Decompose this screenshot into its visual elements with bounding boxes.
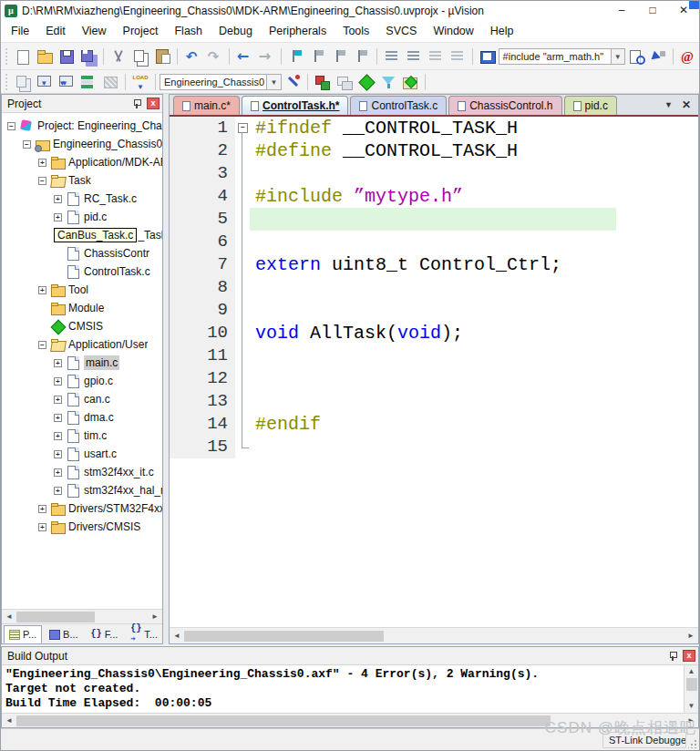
menu-svcs[interactable]: SVCS [377, 21, 425, 42]
menu-help[interactable]: Help [482, 21, 522, 42]
select-software-packs-icon[interactable] [378, 73, 398, 91]
quick-search-combo[interactable]: #include "arm_math.h" [499, 48, 612, 65]
bookmark-next-icon[interactable] [330, 47, 350, 66]
scroll-down-icon[interactable]: ▼ [685, 700, 699, 713]
tree-expander-icon[interactable]: + [54, 195, 62, 203]
tree-expander-icon[interactable]: − [7, 122, 15, 130]
tree-item-pid-c[interactable]: +pid.c [2, 208, 162, 226]
editor-tab-chassiscontrol-h[interactable]: ChassisControl.h [448, 96, 561, 115]
stop-build-icon[interactable] [100, 73, 120, 91]
scroll-left-icon[interactable]: ◄ [170, 630, 184, 643]
scroll-track[interactable] [16, 611, 148, 623]
translate-icon[interactable] [13, 73, 33, 91]
tree-expander-icon[interactable]: − [23, 140, 31, 149]
bookmark-prev-icon[interactable] [308, 47, 328, 66]
maximize-button[interactable]: □ [637, 1, 668, 21]
project-tab-tab[interactable]: P... [4, 625, 42, 643]
tree-item-task[interactable]: −Task [2, 171, 162, 190]
tree-expander-icon[interactable]: − [38, 177, 46, 185]
editor-tab-controltask-h-[interactable]: ControlTask.h* [242, 96, 348, 115]
find-in-files-icon[interactable] [626, 47, 646, 66]
editor-tab-controltask-c[interactable]: ControlTask.c [350, 96, 447, 115]
tree-expander-icon[interactable]: + [54, 213, 62, 221]
tree-item-tool[interactable]: +Tool [2, 281, 162, 299]
menu-flash[interactable]: Flash [166, 21, 211, 42]
menu-window[interactable]: Window [425, 21, 481, 42]
editor-tab-main-c-[interactable]: main.c* [173, 96, 240, 115]
tree-item-module[interactable]: Module [2, 299, 162, 317]
tab-list-dropdown-icon[interactable]: ▼ [664, 100, 673, 109]
tree-item-gpio-c[interactable]: +gpio.c [2, 372, 162, 390]
menu-tools[interactable]: Tools [335, 21, 377, 42]
tree-item-application-mdk-arm[interactable]: +Application/MDK-ARM [2, 153, 162, 171]
tree-item-canbus-task-c[interactable]: CanBus_Task.c_Task. [2, 226, 162, 244]
navigate-forward-icon[interactable] [256, 47, 276, 66]
new-file-icon[interactable] [13, 47, 33, 66]
tree-item-stm32f4xx-it-c[interactable]: +stm32f4xx_it.c [2, 463, 162, 481]
resize-grip-icon[interactable] [688, 739, 697, 748]
scroll-right-icon[interactable]: ► [684, 630, 698, 643]
menu-debug[interactable]: Debug [211, 21, 261, 42]
title-bar[interactable]: µ D:\RM\RM\xiazheng\Engineering_Chassis0… [1, 1, 699, 21]
tree-item-drivers-stm32f4xx-hal-driver[interactable]: +Drivers/STM32F4xx_HAL_Driver [2, 499, 162, 518]
tree-item-engineering-chassis0[interactable]: −Engineering_Chassis0 [2, 135, 162, 153]
pack-installer-icon[interactable] [400, 73, 420, 91]
editor-tab-pid-c[interactable]: pid.c [564, 96, 617, 115]
menu-project[interactable]: Project [115, 21, 167, 42]
project-hscrollbar[interactable]: ◄ ► [2, 609, 162, 623]
toolbar-grip[interactable] [4, 74, 9, 90]
project-panel-close-icon[interactable]: x [147, 98, 160, 109]
tree-item-chassiscontr[interactable]: ChassisContr [2, 244, 162, 262]
navigate-back-icon[interactable] [234, 47, 254, 66]
indent-icon[interactable] [382, 47, 402, 66]
comment-icon[interactable] [426, 47, 446, 66]
quick-search-dropdown-icon[interactable]: ▼ [612, 48, 625, 65]
help-search-icon[interactable] [678, 47, 698, 66]
fold-margin-icon[interactable] [235, 117, 250, 139]
menu-view[interactable]: View [74, 21, 115, 42]
tree-item-drivers-cmsis[interactable]: +Drivers/CMSIS [2, 518, 162, 536]
target-select[interactable]: Engineering_Chassis0 [160, 74, 267, 90]
tree-item-usart-c[interactable]: +usart.c [2, 445, 162, 463]
scroll-up-icon[interactable]: ▲ [685, 665, 699, 678]
tree-item-project-engineering-cha[interactable]: −Project: Engineering_Cha [2, 117, 162, 135]
tree-expander-icon[interactable]: + [38, 523, 46, 531]
menu-file[interactable]: File [3, 21, 37, 42]
templates-tab-tab[interactable]: {}➜T... [125, 625, 163, 643]
pin-icon[interactable] [132, 98, 143, 109]
cut-icon[interactable] [108, 47, 129, 66]
tree-item-tim-c[interactable]: +tim.c [2, 427, 162, 445]
bookmark-toggle-icon[interactable] [286, 47, 306, 66]
save-icon[interactable] [57, 47, 77, 66]
editor-hscrollbar[interactable]: ◄ ► [170, 627, 698, 643]
download-load-icon[interactable] [130, 73, 150, 91]
uncomment-icon[interactable] [448, 47, 468, 66]
tree-item-stm32f4xx-hal-msp-c[interactable]: +stm32f4xx_hal_msp.c [2, 481, 162, 499]
scroll-thumb[interactable] [16, 715, 551, 726]
file-extensions-icon[interactable] [335, 73, 355, 91]
bookmark-clear-icon[interactable] [352, 47, 372, 66]
tree-expander-icon[interactable]: + [54, 450, 62, 458]
scroll-track[interactable] [685, 678, 698, 700]
editor-close-icon[interactable]: ✕ [682, 98, 691, 111]
tree-expander-icon[interactable]: − [38, 341, 46, 349]
tree-expander-icon[interactable]: + [54, 414, 62, 422]
tree-expander-icon[interactable]: + [38, 286, 46, 294]
tree-item-cmsis[interactable]: CMSIS [2, 317, 162, 335]
save-all-icon[interactable] [78, 47, 98, 66]
build-icon[interactable] [35, 73, 55, 91]
redo-icon[interactable] [204, 47, 224, 66]
open-file-icon[interactable] [35, 47, 55, 66]
menu-peripherals[interactable]: Peripherals [261, 21, 335, 42]
tree-expander-icon[interactable]: + [38, 505, 46, 513]
scroll-left-icon[interactable]: ◄ [2, 715, 16, 727]
tree-item-controltask-c[interactable]: ControlTask.c [2, 262, 162, 281]
build-vscrollbar[interactable]: ▲ ▼ [684, 665, 698, 713]
tree-expander-icon[interactable]: + [54, 377, 62, 386]
outdent-icon[interactable] [404, 47, 424, 66]
tree-expander-icon[interactable]: + [54, 468, 62, 477]
undo-icon[interactable] [182, 47, 202, 66]
tree-expander-icon[interactable]: + [54, 359, 62, 367]
scroll-left-icon[interactable]: ◄ [2, 611, 16, 623]
configure-books-icon[interactable] [478, 47, 498, 66]
